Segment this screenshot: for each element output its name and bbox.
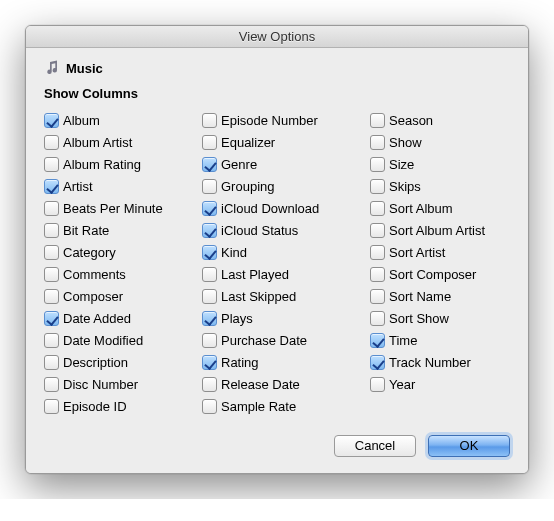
checkbox-sort-album-artist[interactable] bbox=[370, 223, 385, 238]
checkbox-artist[interactable] bbox=[44, 179, 59, 194]
checkbox-composer[interactable] bbox=[44, 289, 59, 304]
column-option-icloud-status: iCloud Status bbox=[202, 219, 370, 241]
checkbox-rating[interactable] bbox=[202, 355, 217, 370]
column-option-skips: Skips bbox=[370, 175, 528, 197]
column-option-year: Year bbox=[370, 373, 528, 395]
checkbox-label-purchase-date: Purchase Date bbox=[221, 333, 307, 348]
checkbox-label-skips: Skips bbox=[389, 179, 421, 194]
checkbox-category[interactable] bbox=[44, 245, 59, 260]
checkbox-label-size: Size bbox=[389, 157, 414, 172]
view-options-window: View Options Music Show Columns AlbumAlb… bbox=[25, 25, 529, 474]
column-option-episode-id: Episode ID bbox=[44, 395, 202, 417]
checkbox-label-show: Show bbox=[389, 135, 422, 150]
checkbox-sort-show[interactable] bbox=[370, 311, 385, 326]
column-option-category: Category bbox=[44, 241, 202, 263]
window-title: View Options bbox=[239, 29, 315, 44]
checkbox-label-album-rating: Album Rating bbox=[63, 157, 141, 172]
ok-button[interactable]: OK bbox=[428, 435, 510, 457]
checkbox-sort-name[interactable] bbox=[370, 289, 385, 304]
checkbox-kind[interactable] bbox=[202, 245, 217, 260]
checkbox-label-plays: Plays bbox=[221, 311, 253, 326]
checkbox-label-track-number: Track Number bbox=[389, 355, 471, 370]
checkbox-sort-artist[interactable] bbox=[370, 245, 385, 260]
checkbox-label-episode-id: Episode ID bbox=[63, 399, 127, 414]
checkbox-label-description: Description bbox=[63, 355, 128, 370]
column-option-sort-artist: Sort Artist bbox=[370, 241, 528, 263]
checkbox-album-rating[interactable] bbox=[44, 157, 59, 172]
checkbox-label-bit-rate: Bit Rate bbox=[63, 223, 109, 238]
column-option-album-rating: Album Rating bbox=[44, 153, 202, 175]
checkbox-label-sort-album-artist: Sort Album Artist bbox=[389, 223, 485, 238]
checkbox-label-release-date: Release Date bbox=[221, 377, 300, 392]
checkbox-last-played[interactable] bbox=[202, 267, 217, 282]
checkbox-label-comments: Comments bbox=[63, 267, 126, 282]
column-option-disc-number: Disc Number bbox=[44, 373, 202, 395]
checkbox-time[interactable] bbox=[370, 333, 385, 348]
checkbox-disc-number[interactable] bbox=[44, 377, 59, 392]
checkbox-track-number[interactable] bbox=[370, 355, 385, 370]
checkbox-label-equalizer: Equalizer bbox=[221, 135, 275, 150]
checkbox-label-sort-composer: Sort Composer bbox=[389, 267, 476, 282]
checkbox-sort-composer[interactable] bbox=[370, 267, 385, 282]
checkbox-last-skipped[interactable] bbox=[202, 289, 217, 304]
cancel-button[interactable]: Cancel bbox=[334, 435, 416, 457]
checkbox-icloud-status[interactable] bbox=[202, 223, 217, 238]
column-option-release-date: Release Date bbox=[202, 373, 370, 395]
checkbox-label-beats-per-minute: Beats Per Minute bbox=[63, 201, 163, 216]
column-option-plays: Plays bbox=[202, 307, 370, 329]
checkbox-album-artist[interactable] bbox=[44, 135, 59, 150]
checkbox-label-time: Time bbox=[389, 333, 417, 348]
checkbox-episode-id[interactable] bbox=[44, 399, 59, 414]
checkbox-release-date[interactable] bbox=[202, 377, 217, 392]
checkbox-label-composer: Composer bbox=[63, 289, 123, 304]
header-label: Music bbox=[66, 61, 103, 76]
section-heading: Show Columns bbox=[44, 86, 510, 101]
checkbox-label-kind: Kind bbox=[221, 245, 247, 260]
checkbox-plays[interactable] bbox=[202, 311, 217, 326]
checkbox-show[interactable] bbox=[370, 135, 385, 150]
checkbox-date-modified[interactable] bbox=[44, 333, 59, 348]
checkbox-description[interactable] bbox=[44, 355, 59, 370]
column-option-artist: Artist bbox=[44, 175, 202, 197]
checkbox-comments[interactable] bbox=[44, 267, 59, 282]
column-option-date-modified: Date Modified bbox=[44, 329, 202, 351]
column-option-composer: Composer bbox=[44, 285, 202, 307]
checkbox-sort-album[interactable] bbox=[370, 201, 385, 216]
checkbox-purchase-date[interactable] bbox=[202, 333, 217, 348]
column-option-season: Season bbox=[370, 109, 528, 131]
checkbox-album[interactable] bbox=[44, 113, 59, 128]
checkbox-label-date-added: Date Added bbox=[63, 311, 131, 326]
checkbox-episode-number[interactable] bbox=[202, 113, 217, 128]
checkbox-bit-rate[interactable] bbox=[44, 223, 59, 238]
checkbox-season[interactable] bbox=[370, 113, 385, 128]
checkbox-label-year: Year bbox=[389, 377, 415, 392]
checkbox-beats-per-minute[interactable] bbox=[44, 201, 59, 216]
column-option-kind: Kind bbox=[202, 241, 370, 263]
column-option-grouping: Grouping bbox=[202, 175, 370, 197]
checkbox-label-album-artist: Album Artist bbox=[63, 135, 132, 150]
checkbox-skips[interactable] bbox=[370, 179, 385, 194]
column-option-description: Description bbox=[44, 351, 202, 373]
checkbox-icloud-download[interactable] bbox=[202, 201, 217, 216]
checkbox-label-artist: Artist bbox=[63, 179, 93, 194]
checkbox-label-date-modified: Date Modified bbox=[63, 333, 143, 348]
checkbox-sample-rate[interactable] bbox=[202, 399, 217, 414]
checkbox-equalizer[interactable] bbox=[202, 135, 217, 150]
checkbox-size[interactable] bbox=[370, 157, 385, 172]
checkbox-date-added[interactable] bbox=[44, 311, 59, 326]
column-option-bit-rate: Bit Rate bbox=[44, 219, 202, 241]
checkbox-label-sample-rate: Sample Rate bbox=[221, 399, 296, 414]
checkbox-year[interactable] bbox=[370, 377, 385, 392]
column-option-show: Show bbox=[370, 131, 528, 153]
checkbox-label-sort-name: Sort Name bbox=[389, 289, 451, 304]
checkbox-genre[interactable] bbox=[202, 157, 217, 172]
column-option-date-added: Date Added bbox=[44, 307, 202, 329]
checkbox-label-icloud-status: iCloud Status bbox=[221, 223, 298, 238]
checkbox-label-disc-number: Disc Number bbox=[63, 377, 138, 392]
checkbox-grouping[interactable] bbox=[202, 179, 217, 194]
column-option-time: Time bbox=[370, 329, 528, 351]
column-option-beats-per-minute: Beats Per Minute bbox=[44, 197, 202, 219]
checkbox-label-episode-number: Episode Number bbox=[221, 113, 318, 128]
window-content: Music Show Columns AlbumAlbum ArtistAlbu… bbox=[26, 48, 528, 473]
column-option-episode-number: Episode Number bbox=[202, 109, 370, 131]
